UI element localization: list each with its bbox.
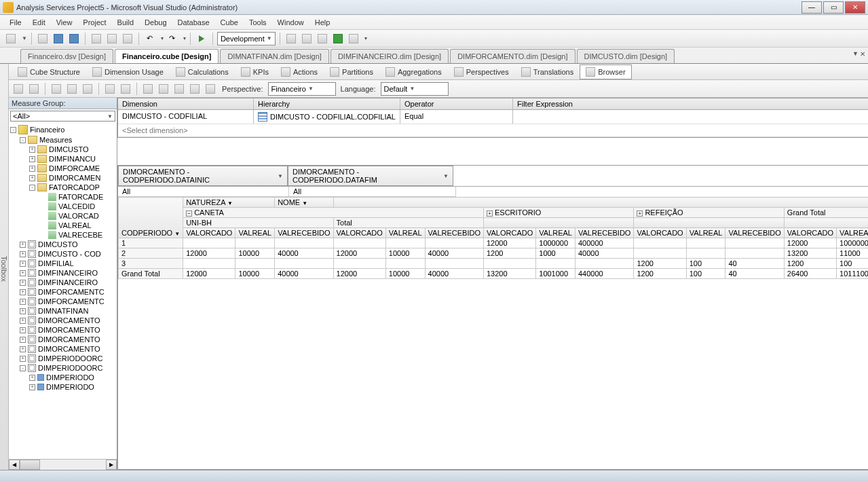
tb2-btn-6[interactable] — [141, 82, 155, 96]
tree-toggle-icon[interactable]: + — [20, 356, 26, 362]
doc-tab-4[interactable]: DIMFORCAMENTO.dim [Design] — [450, 49, 575, 63]
filter-op-value[interactable]: Equal — [400, 110, 513, 124]
designer-tab-browser[interactable]: Browser — [580, 64, 631, 79]
tree-toggle-icon[interactable]: + — [20, 318, 26, 324]
tb2-btn-10[interactable] — [204, 82, 217, 96]
col-field-nome[interactable]: NOME ▼ — [278, 198, 307, 206]
doc-tab-2[interactable]: DIMNATFINAN.dim [Design] — [220, 49, 329, 63]
minimize-button[interactable]: — — [801, 1, 822, 14]
tree-toggle-icon[interactable]: + — [20, 299, 26, 305]
tree-toggle-icon[interactable]: - — [20, 137, 26, 143]
tree-node[interactable]: +DIMCUSTO - COD — [10, 249, 115, 259]
tree-node[interactable]: VALORCAD — [10, 211, 115, 221]
filter-dim-value[interactable]: DIMCUSTO - CODFILIAL — [118, 110, 254, 124]
designer-tab-perspectives[interactable]: Perspectives — [448, 64, 515, 79]
tb2-btn-7[interactable] — [157, 82, 170, 96]
config-combo[interactable]: Development ▼ — [217, 32, 276, 45]
tree-toggle-icon[interactable]: + — [20, 280, 26, 286]
tree-node[interactable]: FATORCADE — [10, 192, 115, 202]
tab-dropdown-icon[interactable]: ▼ — [852, 50, 858, 58]
paste-button[interactable] — [121, 32, 134, 45]
doc-tab-5[interactable]: DIMCUSTO.dim [Design] — [577, 49, 675, 63]
menu-cube[interactable]: Cube — [215, 17, 244, 28]
tb2-btn-9[interactable] — [188, 82, 202, 96]
column-field[interactable]: DIMORCAMENTO - CODPERIODO.DATAFIM▼ — [288, 166, 453, 186]
designer-tab-calculations[interactable]: Calculations — [170, 64, 235, 79]
chevron-down-icon[interactable]: ▼ — [278, 173, 283, 179]
col-field-natureza[interactable]: NATUREZA ▼ — [186, 198, 233, 206]
tree-node[interactable]: +DIMNATFINAN — [10, 306, 115, 316]
filter-new-row[interactable]: <Select dimension> — [118, 124, 868, 137]
menu-view[interactable]: View — [51, 17, 78, 28]
toolbar-btn-5[interactable] — [347, 32, 360, 45]
row-header[interactable]: 1 — [119, 238, 183, 248]
tree-toggle-icon[interactable]: - — [10, 127, 16, 133]
tree-node[interactable]: +DIMORCAMENTO — [10, 325, 115, 335]
maximize-button[interactable]: ▭ — [823, 1, 844, 14]
tree-toggle-icon[interactable]: + — [20, 242, 26, 248]
tree-node[interactable]: +DIMCUSTO — [10, 240, 115, 249]
tree-toggle-icon[interactable]: - — [29, 185, 35, 191]
tree-toggle-icon[interactable]: + — [29, 375, 35, 381]
toolbar-btn-2[interactable] — [300, 32, 314, 45]
copy-button[interactable] — [105, 32, 119, 45]
tb2-btn-2[interactable] — [65, 82, 79, 96]
save-all-button[interactable] — [67, 32, 81, 45]
tree-node[interactable]: +DIMFINANCU — [10, 154, 115, 164]
tree-node[interactable]: +DIMPERIODOORC — [10, 354, 115, 363]
designer-tab-actions[interactable]: Actions — [275, 64, 324, 79]
tree-node[interactable]: -Financeiro — [10, 124, 115, 135]
doc-tab-3[interactable]: DIMFINANCEIRO.dim [Design] — [331, 49, 449, 63]
expando-icon[interactable]: + — [637, 210, 643, 217]
menu-window[interactable]: Window — [272, 17, 309, 28]
tree-toggle-icon[interactable]: + — [29, 156, 35, 162]
tree-node[interactable]: +DIMORCAMEN — [10, 173, 115, 183]
undo-button[interactable]: ↶ — [143, 32, 157, 45]
tb2-btn-4[interactable] — [103, 82, 117, 96]
tree-toggle-icon[interactable]: + — [20, 270, 26, 276]
menu-database[interactable]: Database — [172, 17, 215, 28]
start-button[interactable] — [195, 32, 208, 45]
tree-toggle-icon[interactable]: + — [20, 251, 26, 257]
designer-tab-cube-structure[interactable]: Cube Structure — [12, 64, 86, 79]
tree-node[interactable]: +DIMFORCAME — [10, 164, 115, 173]
designer-tab-translations[interactable]: Translations — [515, 64, 580, 79]
designer-tab-kpis[interactable]: KPIs — [235, 64, 275, 79]
tree-toggle-icon[interactable]: + — [29, 175, 35, 181]
cut-button[interactable] — [90, 32, 103, 45]
tb2-btn-1[interactable] — [50, 82, 63, 96]
filter-hier-value[interactable]: DIMCUSTO - CODFILIAL.CODFILIAL — [270, 113, 396, 121]
menu-help[interactable]: Help — [309, 17, 336, 28]
tree-node[interactable]: +DIMCUSTO — [10, 145, 115, 154]
tree-node[interactable]: VALRECEBE — [10, 230, 115, 240]
toolbar-btn-3[interactable] — [316, 32, 329, 45]
expando-icon[interactable]: + — [487, 210, 493, 217]
tree-node[interactable]: +DIMFILIAL — [10, 259, 115, 268]
toolbar-btn-4[interactable] — [331, 32, 345, 45]
tree-toggle-icon[interactable]: + — [29, 384, 35, 390]
filter-row[interactable]: DIMCUSTO - CODFILIAL DIMCUSTO - CODFILIA… — [118, 110, 868, 124]
row-header[interactable]: 3 — [119, 259, 183, 269]
tree-node[interactable]: +DIMFINANCEIRO — [10, 278, 115, 287]
tree-toggle-icon[interactable]: + — [20, 337, 26, 343]
menu-edit[interactable]: Edit — [27, 17, 51, 28]
measure-group-combo[interactable]: <All> ▼ — [10, 111, 115, 122]
menu-file[interactable]: File — [4, 17, 27, 28]
filter-expr-value[interactable] — [513, 110, 868, 124]
tree-node[interactable]: +DIMPERIODO — [10, 382, 115, 392]
tree-node[interactable]: VALCEDID — [10, 202, 115, 211]
row-header[interactable]: Grand Total — [119, 269, 183, 279]
tree-node[interactable]: +DIMORCAMENTO — [10, 335, 115, 344]
toolbox-rail[interactable]: Toolbox — [0, 64, 9, 470]
designer-tab-aggregations[interactable]: Aggregations — [379, 64, 448, 79]
tree-node[interactable]: +DIMFORCAMENTC — [10, 287, 115, 297]
metadata-tree[interactable]: -Financeiro-Measures+DIMCUSTO+DIMFINANCU… — [9, 123, 117, 459]
language-combo[interactable]: Default ▼ — [381, 82, 449, 96]
tree-toggle-icon[interactable]: + — [20, 308, 26, 314]
tree-node[interactable]: +DIMORCAMENTO — [10, 344, 115, 354]
tree-toggle-icon[interactable]: + — [29, 147, 35, 153]
menu-build[interactable]: Build — [112, 17, 139, 28]
tab-close-icon[interactable]: ✕ — [860, 50, 865, 58]
tree-node[interactable]: -Measures — [10, 135, 115, 145]
tb2-btn-3[interactable] — [81, 82, 94, 96]
